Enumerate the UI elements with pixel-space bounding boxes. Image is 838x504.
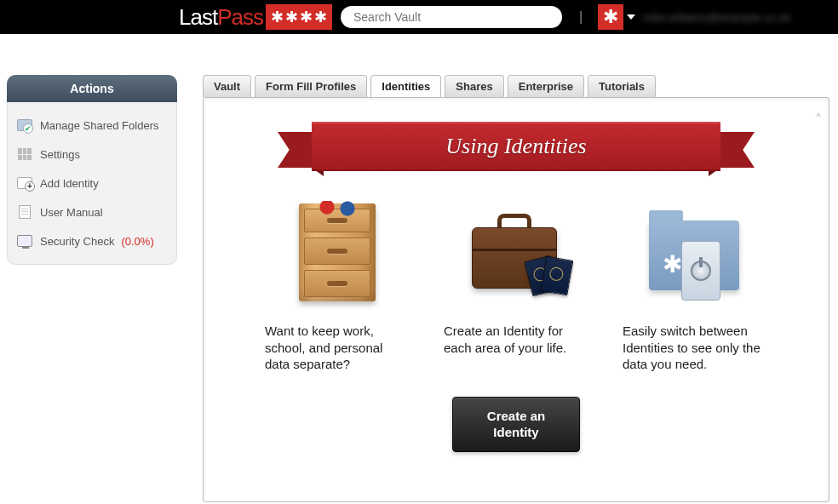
- sidebar-item-security-check[interactable]: Security Check (0.0%): [8, 226, 176, 255]
- feature-switch: ✱ Easily switch between Identities to se…: [623, 197, 767, 373]
- tab-strip: Vault Form Fill Profiles Identities Shar…: [203, 75, 829, 97]
- add-identity-icon: [16, 175, 33, 191]
- logo[interactable]: LastPass ✱✱✱✱: [179, 4, 332, 31]
- main-panel: ˄ Using Identities: [203, 97, 829, 502]
- tab-identities[interactable]: Identities: [370, 75, 441, 97]
- search-input[interactable]: [341, 6, 562, 28]
- cta-line1: Create an: [487, 409, 545, 423]
- ribbon-title: Using Identities: [445, 134, 586, 159]
- feature-text: Easily switch between Identities to see …: [623, 323, 767, 373]
- create-identity-button[interactable]: Create an Identity: [452, 397, 580, 452]
- folder-shared-icon: [16, 117, 33, 133]
- tab-shares[interactable]: Shares: [445, 75, 503, 97]
- security-check-percent: (0.0%): [121, 235, 153, 248]
- filing-cabinet-icon: [286, 197, 388, 307]
- sidebar-item-manage-shared-folders[interactable]: Manage Shared Folders: [8, 111, 176, 140]
- document-icon: [16, 204, 33, 220]
- banner-ribbon: Using Identities: [286, 122, 746, 171]
- tab-form-fill-profiles[interactable]: Form Fill Profiles: [255, 75, 367, 97]
- sidebar-title: Actions: [7, 75, 177, 102]
- header-separator: |: [579, 9, 583, 25]
- feature-text: Create an Identity for each area of your…: [444, 323, 588, 356]
- logo-last: Last: [179, 4, 217, 30]
- settings-grid-icon: [16, 146, 33, 162]
- sidebar-item-label: Manage Shared Folders: [40, 119, 158, 132]
- sidebar: Actions Manage Shared Folders Settings A…: [7, 75, 177, 502]
- logo-asterisks-icon: ✱✱✱✱: [266, 4, 332, 30]
- feature-create: Create an Identity for each area of your…: [444, 197, 588, 373]
- sidebar-item-user-manual[interactable]: User Manual: [8, 198, 176, 226]
- tab-enterprise[interactable]: Enterprise: [508, 75, 584, 97]
- user-email: mike.williams@example.co.uk: [642, 11, 790, 24]
- feature-text: Want to keep work, school, and personal …: [265, 323, 410, 373]
- sidebar-item-label: Add Identity: [40, 177, 99, 190]
- scroll-up-icon[interactable]: ˄: [815, 112, 822, 128]
- monitor-icon: [16, 233, 33, 249]
- sidebar-item-label: User Manual: [40, 206, 103, 219]
- cta-line2: Identity: [493, 425, 538, 439]
- content-area: Vault Form Fill Profiles Identities Shar…: [203, 75, 838, 502]
- top-header: LastPass ✱✱✱✱ | ✱ mike.williams@example.…: [0, 0, 838, 34]
- briefcase-icon: [465, 197, 567, 307]
- sidebar-item-settings[interactable]: Settings: [8, 140, 176, 169]
- features-row: Want to keep work, school, and personal …: [229, 197, 803, 373]
- sidebar-item-add-identity[interactable]: Add Identity: [8, 169, 176, 198]
- tab-vault[interactable]: Vault: [203, 75, 251, 97]
- sidebar-item-label: Settings: [40, 148, 80, 161]
- logo-pass: Pass: [217, 4, 263, 30]
- secure-folder-icon: ✱: [644, 197, 746, 307]
- feature-separate: Want to keep work, school, and personal …: [265, 197, 410, 373]
- sidebar-item-label: Security Check: [40, 235, 114, 248]
- tab-tutorials[interactable]: Tutorials: [588, 75, 656, 97]
- user-menu[interactable]: ✱ mike.williams@example.co.uk: [598, 4, 790, 30]
- asterisk-icon: ✱: [598, 4, 623, 30]
